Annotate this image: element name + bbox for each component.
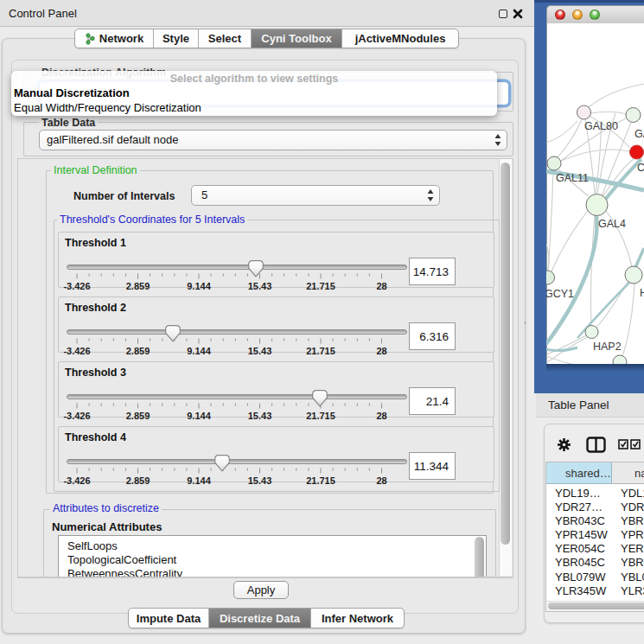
svg-text:HI: HI [640,287,644,299]
svg-text:GAL80: GAL80 [584,120,618,132]
svg-text:GAL11: GAL11 [556,172,589,184]
svg-text:GA: GA [634,128,644,140]
svg-text:HAP2: HAP2 [593,341,622,353]
svg-text:GCY1: GCY1 [546,288,574,300]
svg-text:CY: CY [637,162,644,174]
svg-text:GAL4: GAL4 [598,218,626,230]
